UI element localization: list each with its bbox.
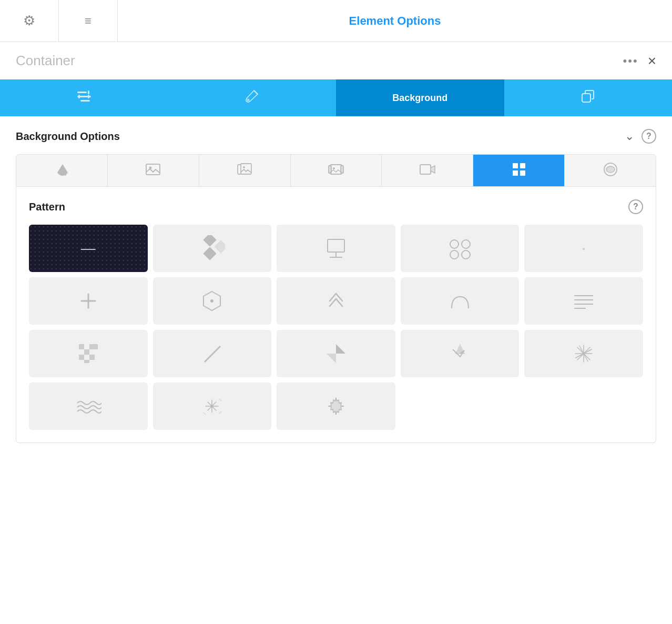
pattern-item-corner-triangle[interactable] xyxy=(277,330,395,377)
panel-title: Element Options xyxy=(118,14,672,28)
settings-tab-btn[interactable]: ⚙ xyxy=(0,0,59,42)
gallery-icon xyxy=(237,163,252,178)
type-tab-pattern[interactable]: PATTERN xyxy=(473,155,565,186)
section-actions: ⌄ ? xyxy=(625,129,656,144)
svg-rect-40 xyxy=(79,344,84,349)
svg-rect-19 xyxy=(520,163,525,168)
pattern-item-arch[interactable] xyxy=(401,277,520,325)
svg-rect-5 xyxy=(88,95,89,98)
pattern-item-dot[interactable]: ● xyxy=(524,225,643,272)
background-tab-label: Background xyxy=(392,93,447,104)
type-tab-image[interactable] xyxy=(108,155,199,186)
tab-advanced[interactable] xyxy=(504,79,673,116)
corner-triangle-icon xyxy=(324,342,348,365)
svg-point-12 xyxy=(243,166,245,168)
pattern-item-sparkle[interactable] xyxy=(524,330,643,377)
tab-background[interactable]: Background xyxy=(336,79,504,116)
mask-icon xyxy=(603,162,618,179)
svg-rect-0 xyxy=(77,92,87,93)
pattern-item-circles[interactable] xyxy=(401,225,520,272)
tab-layout[interactable] xyxy=(0,79,168,116)
pattern-item-diagonal-squares[interactable] xyxy=(153,225,272,272)
type-tab-slideshow[interactable] xyxy=(291,155,382,186)
arch-icon xyxy=(449,291,472,310)
slideshow-icon xyxy=(328,163,344,178)
svg-point-29 xyxy=(450,240,459,248)
svg-point-31 xyxy=(450,250,459,259)
pattern-item-gear[interactable] xyxy=(277,383,395,430)
svg-rect-4 xyxy=(78,95,80,98)
pattern-item-plus[interactable] xyxy=(29,277,148,325)
type-tab-color[interactable] xyxy=(16,155,108,186)
diagonal-squares-icon xyxy=(199,235,225,261)
color-fill-icon xyxy=(54,162,69,179)
subheader: Container ••• × xyxy=(0,42,672,79)
pattern-item-zigzag[interactable] xyxy=(401,330,520,377)
svg-rect-17 xyxy=(420,165,431,174)
svg-rect-24 xyxy=(203,247,217,260)
svg-point-35 xyxy=(211,300,213,302)
zigzag-icon xyxy=(449,342,472,365)
pattern-item-checkerboard[interactable] xyxy=(29,330,148,377)
circles-icon xyxy=(447,237,473,260)
svg-rect-45 xyxy=(89,355,95,360)
background-type-tabs: PATTERN xyxy=(16,154,656,187)
pattern-item-none[interactable]: — xyxy=(29,225,148,272)
advanced-icon xyxy=(580,88,596,107)
collapse-button[interactable]: ⌄ xyxy=(625,129,634,143)
pattern-item-crosshair[interactable] xyxy=(277,225,395,272)
asterisk-icon xyxy=(200,395,223,418)
svg-rect-41 xyxy=(89,344,95,349)
pattern-item-waves[interactable] xyxy=(29,383,148,430)
sliders-icon: ≡ xyxy=(85,14,91,28)
svg-point-32 xyxy=(462,250,470,259)
sparkle-icon xyxy=(572,342,595,365)
subheader-actions: ••• × xyxy=(623,54,656,68)
more-options-button[interactable]: ••• xyxy=(623,54,638,68)
svg-line-60 xyxy=(219,399,221,401)
type-tab-video[interactable] xyxy=(382,155,473,186)
checkerboard-icon xyxy=(77,342,100,365)
section-header: Background Options ⌄ ? xyxy=(0,116,672,154)
svg-rect-20 xyxy=(513,170,518,176)
type-tab-gallery[interactable] xyxy=(199,155,291,186)
svg-rect-43 xyxy=(95,344,98,349)
paintbrush-icon xyxy=(245,89,259,107)
type-tab-mask[interactable] xyxy=(565,155,656,186)
pattern-item-hexagon[interactable] xyxy=(153,277,272,325)
svg-rect-44 xyxy=(79,355,84,360)
pattern-item-diagonal[interactable] xyxy=(153,330,272,377)
plus-icon xyxy=(79,292,97,310)
dot-icon: ● xyxy=(582,246,585,251)
close-button[interactable]: × xyxy=(648,54,656,68)
pattern-help-button[interactable]: ? xyxy=(628,199,643,214)
pattern-grid: — xyxy=(29,225,643,430)
help-button[interactable]: ? xyxy=(642,129,656,144)
pattern-item-chevrons[interactable] xyxy=(277,277,395,325)
pattern-panel: Pattern ? — xyxy=(16,187,656,443)
svg-rect-18 xyxy=(513,163,518,168)
svg-rect-46 xyxy=(84,360,89,363)
svg-line-47 xyxy=(205,346,220,362)
svg-rect-26 xyxy=(328,239,344,252)
svg-rect-23 xyxy=(203,235,217,247)
svg-point-30 xyxy=(462,240,470,248)
pattern-item-asterisk[interactable] xyxy=(153,383,272,430)
pattern-item-lines[interactable] xyxy=(524,277,643,325)
tab-style[interactable] xyxy=(168,79,337,116)
svg-line-62 xyxy=(219,411,221,414)
svg-rect-2 xyxy=(80,100,90,102)
lines-icon xyxy=(572,290,595,311)
no-pattern-icon: — xyxy=(81,240,96,257)
layout-icon xyxy=(76,89,92,107)
svg-rect-8 xyxy=(146,164,160,175)
hexagon-icon xyxy=(202,290,221,311)
diagonal-line-icon xyxy=(200,342,223,365)
pattern-tab-icon xyxy=(512,162,526,179)
crosshair-icon xyxy=(324,238,348,259)
svg-rect-21 xyxy=(520,170,525,176)
svg-point-59 xyxy=(211,405,213,407)
svg-rect-3 xyxy=(88,90,89,94)
sliders-tab-btn[interactable]: ≡ xyxy=(59,0,118,42)
tab-bar: Background xyxy=(0,79,672,116)
